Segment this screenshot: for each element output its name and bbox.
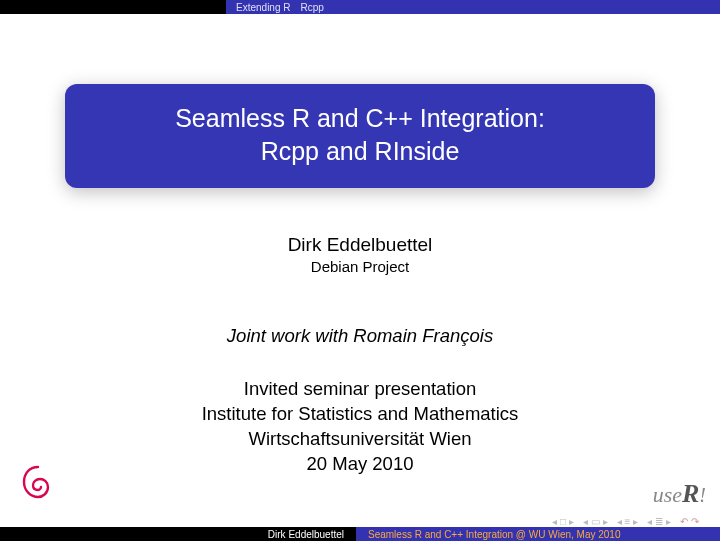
seminar-line-3: Wirtschaftsuniversität Wien [0, 427, 720, 452]
topbar-spacer [0, 0, 226, 14]
nav-subsection-icon[interactable]: ◂▭▸ [583, 516, 611, 527]
section-link-extending-r[interactable]: Extending R [236, 2, 290, 13]
nav-section-icon[interactable]: ◂≡▸ [617, 516, 642, 527]
topbar-fill [356, 0, 720, 14]
user-logo-r: R [682, 479, 699, 508]
user-logo-prefix: use [653, 482, 682, 507]
section-link-rcpp[interactable]: Rcpp [300, 2, 323, 13]
seminar-line-2: Institute for Statistics and Mathematics [0, 402, 720, 427]
nav-presentation-icon[interactable]: ◂≣▸ [647, 516, 674, 527]
footer-bar: Dirk Eddelbuettel Seamless R and C++ Int… [0, 527, 720, 541]
author-name: Dirk Eddelbuettel [0, 234, 720, 256]
slide-body: Seamless R and C++ Integration: Rcpp and… [0, 14, 720, 477]
title-block: Seamless R and C++ Integration: Rcpp and… [65, 84, 655, 188]
beamer-navigation-symbols[interactable]: ◂□▸ ◂▭▸ ◂≡▸ ◂≣▸ ↶↷ [552, 516, 702, 527]
footer-title: Seamless R and C++ Integration @ WU Wien… [356, 527, 720, 541]
seminar-line-1: Invited seminar presentation [0, 377, 720, 402]
joint-work-line: Joint work with Romain François [0, 325, 720, 347]
seminar-info: Invited seminar presentation Institute f… [0, 377, 720, 477]
topbar-sections[interactable]: Extending R Rcpp [226, 0, 356, 14]
title-line-1: Seamless R and C++ Integration: [75, 104, 645, 133]
nav-back-forward-icon[interactable]: ↶↷ [680, 516, 702, 527]
user-conference-logo: useR! [653, 479, 706, 509]
debian-swirl-icon [14, 459, 62, 511]
user-logo-bang: ! [699, 484, 706, 506]
nav-frame-back-icon[interactable]: ◂□▸ [552, 516, 577, 527]
top-navigation-bar: Extending R Rcpp [0, 0, 720, 14]
footer-author: Dirk Eddelbuettel [0, 527, 356, 541]
title-line-2: Rcpp and RInside [75, 137, 645, 166]
seminar-line-4: 20 May 2010 [0, 452, 720, 477]
author-affiliation: Debian Project [0, 258, 720, 275]
